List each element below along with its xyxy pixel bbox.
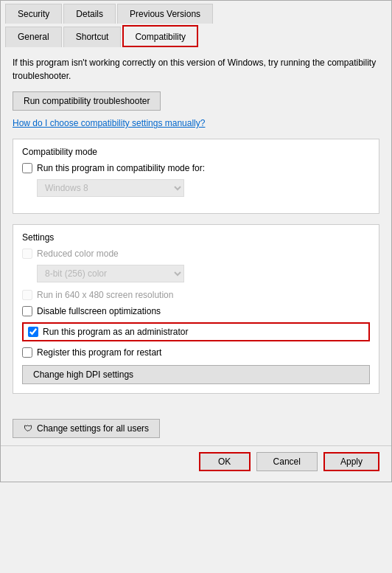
- tabs-row-2: General Shortcut Compatibility: [1, 24, 391, 47]
- tab-previous-versions[interactable]: Previous Versions: [117, 4, 213, 24]
- change-all-label: Change settings for all users: [37, 423, 149, 434]
- reduced-color-label: Reduced color mode: [37, 249, 119, 259]
- resolution-row: Run in 640 x 480 screen resolution: [22, 290, 370, 300]
- compat-mode-checkbox-row: Run this program in compatibility mode f…: [22, 163, 370, 173]
- resolution-checkbox[interactable]: [22, 290, 32, 300]
- troubleshooter-button[interactable]: Run compatibility troubleshooter: [13, 91, 161, 111]
- tab-general[interactable]: General: [5, 27, 62, 47]
- admin-row: Run this program as an administrator: [22, 322, 370, 341]
- change-all-button[interactable]: 🛡 Change settings for all users: [13, 419, 160, 438]
- compatibility-mode-group: Compatibility mode Run this program in c…: [13, 139, 379, 214]
- tab-compatibility[interactable]: Compatibility: [122, 25, 198, 47]
- tabs-row-1: Security Details Previous Versions: [1, 1, 391, 24]
- fullscreen-row: Disable fullscreen optimizations: [22, 306, 370, 316]
- shield-icon: 🛡: [24, 423, 32, 434]
- reduced-color-checkbox[interactable]: [22, 249, 32, 259]
- settings-group: Settings Reduced color mode 8-bit (256) …: [13, 224, 379, 394]
- help-link[interactable]: How do I choose compatibility settings m…: [13, 118, 379, 128]
- fullscreen-checkbox[interactable]: [22, 306, 32, 316]
- compat-mode-checkbox-label: Run this program in compatibility mode f…: [37, 163, 205, 173]
- dpi-settings-button[interactable]: Change high DPI settings: [22, 365, 370, 384]
- compatibility-mode-label: Compatibility mode: [22, 147, 370, 157]
- tab-details[interactable]: Details: [63, 4, 116, 24]
- ok-button[interactable]: OK: [199, 452, 251, 471]
- compat-dropdown-row: Windows 8: [37, 179, 370, 197]
- cancel-button[interactable]: Cancel: [256, 452, 318, 471]
- settings-label: Settings: [22, 232, 370, 243]
- color-dropdown-row: 8-bit (256) color: [37, 265, 370, 282]
- resolution-label: Run in 640 x 480 screen resolution: [37, 290, 173, 300]
- fullscreen-label: Disable fullscreen optimizations: [37, 306, 161, 316]
- tab-security[interactable]: Security: [5, 4, 62, 24]
- restart-row: Register this program for restart: [22, 347, 370, 358]
- admin-checkbox[interactable]: [28, 327, 38, 337]
- properties-dialog: Security Details Previous Versions Gener…: [0, 0, 392, 482]
- compat-dropdown[interactable]: Windows 8: [37, 179, 184, 197]
- dialog-buttons: OK Cancel Apply: [1, 445, 391, 482]
- admin-label: Run this program as an administrator: [43, 327, 188, 337]
- reduced-color-row: Reduced color mode: [22, 249, 370, 259]
- tab-content: If this program isn't working correctly …: [1, 47, 391, 413]
- tab-shortcut[interactable]: Shortcut: [63, 27, 122, 47]
- restart-checkbox[interactable]: [22, 347, 32, 358]
- restart-label: Register this program for restart: [37, 347, 161, 358]
- compat-mode-checkbox[interactable]: [22, 163, 32, 173]
- bottom-area: 🛡 Change settings for all users: [1, 413, 391, 445]
- apply-button[interactable]: Apply: [323, 452, 379, 471]
- intro-text: If this program isn't working correctly …: [13, 56, 379, 83]
- color-dropdown[interactable]: 8-bit (256) color: [37, 265, 184, 282]
